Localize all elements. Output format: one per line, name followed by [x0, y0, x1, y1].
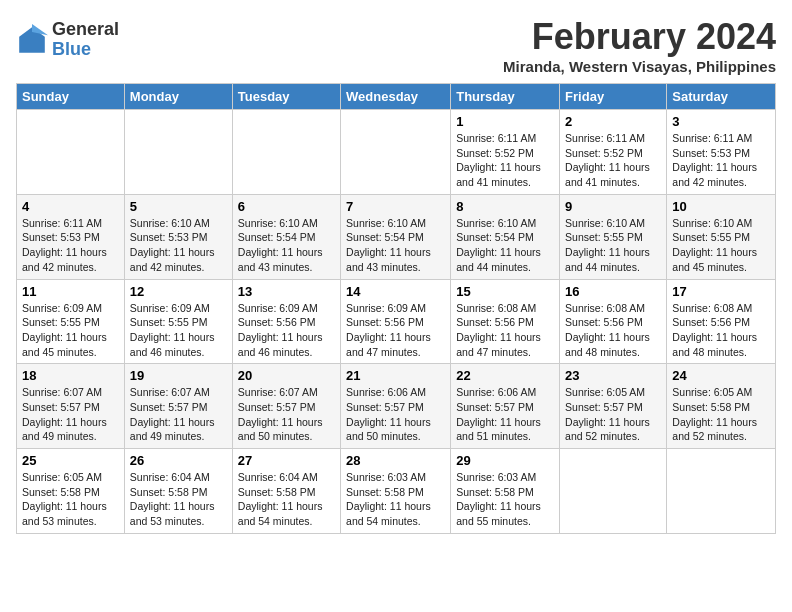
day-header-friday: Friday: [560, 84, 667, 110]
calendar-cell: 1Sunrise: 6:11 AMSunset: 5:52 PMDaylight…: [451, 110, 560, 195]
calendar-cell: 26Sunrise: 6:04 AMSunset: 5:58 PMDayligh…: [124, 449, 232, 534]
calendar-cell: 2Sunrise: 6:11 AMSunset: 5:52 PMDaylight…: [560, 110, 667, 195]
calendar-cell: 13Sunrise: 6:09 AMSunset: 5:56 PMDayligh…: [232, 279, 340, 364]
location-subtitle: Miranda, Western Visayas, Philippines: [503, 58, 776, 75]
calendar-cell: 17Sunrise: 6:08 AMSunset: 5:56 PMDayligh…: [667, 279, 776, 364]
calendar-cell: 23Sunrise: 6:05 AMSunset: 5:57 PMDayligh…: [560, 364, 667, 449]
day-header-thursday: Thursday: [451, 84, 560, 110]
day-number: 6: [238, 199, 335, 214]
day-number: 16: [565, 284, 661, 299]
day-number: 12: [130, 284, 227, 299]
day-info: Sunrise: 6:11 AMSunset: 5:53 PMDaylight:…: [22, 216, 119, 275]
calendar-cell: 25Sunrise: 6:05 AMSunset: 5:58 PMDayligh…: [17, 449, 125, 534]
calendar-cell: 12Sunrise: 6:09 AMSunset: 5:55 PMDayligh…: [124, 279, 232, 364]
day-info: Sunrise: 6:05 AMSunset: 5:58 PMDaylight:…: [672, 385, 770, 444]
day-number: 13: [238, 284, 335, 299]
day-info: Sunrise: 6:08 AMSunset: 5:56 PMDaylight:…: [672, 301, 770, 360]
day-info: Sunrise: 6:04 AMSunset: 5:58 PMDaylight:…: [130, 470, 227, 529]
calendar-cell: 22Sunrise: 6:06 AMSunset: 5:57 PMDayligh…: [451, 364, 560, 449]
day-info: Sunrise: 6:06 AMSunset: 5:57 PMDaylight:…: [346, 385, 445, 444]
day-number: 25: [22, 453, 119, 468]
calendar-cell: 19Sunrise: 6:07 AMSunset: 5:57 PMDayligh…: [124, 364, 232, 449]
day-number: 11: [22, 284, 119, 299]
day-info: Sunrise: 6:09 AMSunset: 5:56 PMDaylight:…: [346, 301, 445, 360]
calendar-cell: 20Sunrise: 6:07 AMSunset: 5:57 PMDayligh…: [232, 364, 340, 449]
day-info: Sunrise: 6:10 AMSunset: 5:54 PMDaylight:…: [456, 216, 554, 275]
logo-blue-text: Blue: [52, 40, 119, 60]
day-number: 24: [672, 368, 770, 383]
day-info: Sunrise: 6:03 AMSunset: 5:58 PMDaylight:…: [346, 470, 445, 529]
day-info: Sunrise: 6:10 AMSunset: 5:53 PMDaylight:…: [130, 216, 227, 275]
calendar-cell: 27Sunrise: 6:04 AMSunset: 5:58 PMDayligh…: [232, 449, 340, 534]
day-info: Sunrise: 6:08 AMSunset: 5:56 PMDaylight:…: [456, 301, 554, 360]
logo-general-text: General: [52, 20, 119, 40]
day-info: Sunrise: 6:10 AMSunset: 5:55 PMDaylight:…: [672, 216, 770, 275]
day-info: Sunrise: 6:07 AMSunset: 5:57 PMDaylight:…: [238, 385, 335, 444]
day-header-wednesday: Wednesday: [341, 84, 451, 110]
page-header: General Blue February 2024 Miranda, West…: [16, 16, 776, 75]
calendar-cell: 7Sunrise: 6:10 AMSunset: 5:54 PMDaylight…: [341, 194, 451, 279]
day-info: Sunrise: 6:05 AMSunset: 5:58 PMDaylight:…: [22, 470, 119, 529]
day-info: Sunrise: 6:07 AMSunset: 5:57 PMDaylight:…: [130, 385, 227, 444]
calendar-cell: [124, 110, 232, 195]
calendar-cell: 28Sunrise: 6:03 AMSunset: 5:58 PMDayligh…: [341, 449, 451, 534]
day-number: 29: [456, 453, 554, 468]
logo-icon: [16, 24, 48, 56]
logo: General Blue: [16, 20, 119, 60]
day-number: 17: [672, 284, 770, 299]
day-number: 23: [565, 368, 661, 383]
day-number: 26: [130, 453, 227, 468]
day-info: Sunrise: 6:06 AMSunset: 5:57 PMDaylight:…: [456, 385, 554, 444]
day-number: 21: [346, 368, 445, 383]
calendar-cell: [667, 449, 776, 534]
calendar-cell: 29Sunrise: 6:03 AMSunset: 5:58 PMDayligh…: [451, 449, 560, 534]
day-info: Sunrise: 6:11 AMSunset: 5:53 PMDaylight:…: [672, 131, 770, 190]
day-number: 28: [346, 453, 445, 468]
day-number: 20: [238, 368, 335, 383]
day-header-monday: Monday: [124, 84, 232, 110]
day-info: Sunrise: 6:11 AMSunset: 5:52 PMDaylight:…: [565, 131, 661, 190]
calendar-cell: 16Sunrise: 6:08 AMSunset: 5:56 PMDayligh…: [560, 279, 667, 364]
calendar-cell: [560, 449, 667, 534]
day-number: 1: [456, 114, 554, 129]
day-number: 14: [346, 284, 445, 299]
calendar-cell: [232, 110, 340, 195]
day-number: 9: [565, 199, 661, 214]
calendar-cell: 15Sunrise: 6:08 AMSunset: 5:56 PMDayligh…: [451, 279, 560, 364]
calendar-cell: 8Sunrise: 6:10 AMSunset: 5:54 PMDaylight…: [451, 194, 560, 279]
day-number: 18: [22, 368, 119, 383]
day-number: 4: [22, 199, 119, 214]
calendar-table: SundayMondayTuesdayWednesdayThursdayFrid…: [16, 83, 776, 534]
day-header-sunday: Sunday: [17, 84, 125, 110]
day-number: 8: [456, 199, 554, 214]
day-info: Sunrise: 6:09 AMSunset: 5:56 PMDaylight:…: [238, 301, 335, 360]
day-number: 19: [130, 368, 227, 383]
day-info: Sunrise: 6:09 AMSunset: 5:55 PMDaylight:…: [130, 301, 227, 360]
calendar-cell: 10Sunrise: 6:10 AMSunset: 5:55 PMDayligh…: [667, 194, 776, 279]
calendar-cell: 5Sunrise: 6:10 AMSunset: 5:53 PMDaylight…: [124, 194, 232, 279]
day-info: Sunrise: 6:03 AMSunset: 5:58 PMDaylight:…: [456, 470, 554, 529]
day-number: 2: [565, 114, 661, 129]
calendar-cell: 9Sunrise: 6:10 AMSunset: 5:55 PMDaylight…: [560, 194, 667, 279]
day-info: Sunrise: 6:10 AMSunset: 5:54 PMDaylight:…: [238, 216, 335, 275]
calendar-cell: 3Sunrise: 6:11 AMSunset: 5:53 PMDaylight…: [667, 110, 776, 195]
day-number: 7: [346, 199, 445, 214]
day-info: Sunrise: 6:10 AMSunset: 5:55 PMDaylight:…: [565, 216, 661, 275]
calendar-cell: 18Sunrise: 6:07 AMSunset: 5:57 PMDayligh…: [17, 364, 125, 449]
title-block: February 2024 Miranda, Western Visayas, …: [503, 16, 776, 75]
day-number: 27: [238, 453, 335, 468]
day-number: 22: [456, 368, 554, 383]
calendar-cell: 21Sunrise: 6:06 AMSunset: 5:57 PMDayligh…: [341, 364, 451, 449]
day-info: Sunrise: 6:08 AMSunset: 5:56 PMDaylight:…: [565, 301, 661, 360]
day-number: 15: [456, 284, 554, 299]
calendar-cell: [17, 110, 125, 195]
day-info: Sunrise: 6:04 AMSunset: 5:58 PMDaylight:…: [238, 470, 335, 529]
day-number: 3: [672, 114, 770, 129]
day-number: 10: [672, 199, 770, 214]
month-title: February 2024: [503, 16, 776, 58]
calendar-cell: 24Sunrise: 6:05 AMSunset: 5:58 PMDayligh…: [667, 364, 776, 449]
day-info: Sunrise: 6:10 AMSunset: 5:54 PMDaylight:…: [346, 216, 445, 275]
day-header-tuesday: Tuesday: [232, 84, 340, 110]
day-info: Sunrise: 6:07 AMSunset: 5:57 PMDaylight:…: [22, 385, 119, 444]
day-header-saturday: Saturday: [667, 84, 776, 110]
